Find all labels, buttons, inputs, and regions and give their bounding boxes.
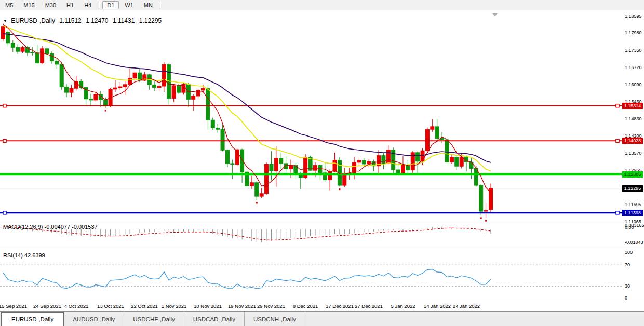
candlestick: [318, 164, 322, 180]
candle-body: [65, 87, 69, 93]
moving-average-slow: [3, 34, 491, 162]
candlestick: [386, 145, 390, 164]
date-label: 10 Nov 2021: [194, 303, 222, 309]
candle-body: [396, 170, 400, 173]
candlestick: [11, 40, 15, 52]
date-label: 27 Dec 2021: [355, 303, 383, 309]
candlestick: [70, 85, 73, 97]
timeframe-button-mn[interactable]: MN: [139, 1, 157, 9]
candle-body: [162, 64, 166, 86]
tab-usdchf[interactable]: USDCHF-,Daily: [124, 312, 184, 326]
symbol-tab-bar: EURUSD-,DailyAUDUSD-,DailyUSDCHF-,DailyU…: [0, 311, 644, 326]
candle-body: [79, 82, 83, 88]
candlestick: [206, 85, 210, 130]
candlestick: [353, 157, 356, 179]
line-handle[interactable]: [616, 211, 619, 214]
date-label: 1 Nov 2021: [162, 303, 187, 309]
timeframe-button-h1[interactable]: H1: [62, 1, 78, 9]
toolbar-separator: [160, 1, 161, 9]
candlestick: [435, 119, 439, 141]
date-label: 24 Sep 2021: [33, 303, 61, 309]
candlestick: [265, 162, 269, 195]
candlestick: [338, 157, 341, 186]
candle-body: [41, 49, 44, 63]
candlestick: [147, 74, 151, 90]
indicator-axis-label: -0.01043: [625, 240, 643, 245]
tab-eurusd[interactable]: EURUSD-,Daily: [1, 312, 64, 326]
candlestick: [489, 183, 493, 212]
y-axis-label: 1.17350: [625, 48, 642, 53]
line-handle[interactable]: [616, 139, 619, 142]
candlestick: [479, 184, 483, 215]
candle-body: [274, 158, 278, 171]
candle-body: [435, 127, 439, 139]
indicator-axis-label: 0: [625, 295, 627, 301]
candlestick: [225, 150, 229, 167]
candlestick: [401, 156, 405, 175]
date-label: 22 Oct 2021: [131, 303, 158, 309]
y-axis-label: 1.13570: [625, 151, 642, 156]
candlestick: [65, 84, 69, 97]
candlesticks-layer: [2, 23, 493, 218]
candlestick: [216, 124, 220, 132]
candle-body: [94, 94, 98, 100]
candle-body: [225, 150, 229, 164]
candlestick: [211, 118, 214, 130]
candle-body: [250, 183, 253, 186]
candlestick: [172, 84, 176, 102]
price-chart[interactable]: [0, 10, 644, 326]
indicator-axis-label: 30: [625, 283, 630, 289]
candlestick: [231, 160, 234, 179]
indicator-axis-label: 0.00: [625, 225, 634, 230]
candle-body: [31, 52, 34, 53]
candle-body: [16, 47, 20, 51]
candlestick: [25, 46, 29, 56]
candle-body: [445, 140, 449, 162]
candlestick: [474, 166, 478, 187]
candlestick: [21, 46, 24, 53]
candlestick: [113, 80, 117, 92]
candle-body: [479, 185, 483, 211]
line-handle[interactable]: [3, 139, 6, 142]
timeframe-toolbar: M5M15M30H1H4D1W1MN: [0, 0, 644, 10]
candlestick: [60, 62, 63, 90]
candle-body: [211, 120, 214, 128]
tab-usdcad[interactable]: USDCAD-,Daily: [184, 312, 245, 326]
candlestick: [294, 163, 298, 179]
date-label: 14 Jan 2022: [424, 303, 451, 309]
fractal-low-icon: [256, 202, 258, 203]
candlestick: [333, 153, 337, 172]
rsi-line: [3, 269, 491, 289]
timeframe-button-m15[interactable]: M15: [19, 1, 39, 9]
candle-body: [60, 64, 63, 87]
candlestick: [35, 45, 39, 64]
candle-body: [153, 85, 156, 87]
timeframe-button-h4[interactable]: H4: [79, 1, 96, 9]
line-handle[interactable]: [616, 104, 619, 107]
timeframe-button-m5[interactable]: M5: [1, 1, 18, 9]
tab-usdcnh[interactable]: USDCNH-,Daily: [245, 312, 305, 326]
candle-body: [104, 100, 108, 106]
tab-audusd[interactable]: AUDUSD-,Daily: [64, 312, 124, 326]
candle-body: [35, 53, 39, 63]
chart-shift-marker-icon[interactable]: [492, 13, 498, 16]
fractal-low-icon: [339, 188, 340, 190]
candlestick: [6, 30, 10, 47]
candle-body: [431, 127, 434, 129]
candle-body: [206, 88, 210, 120]
timeframe-button-d1[interactable]: D1: [102, 1, 119, 9]
line-handle[interactable]: [3, 104, 6, 107]
candle-body: [240, 150, 244, 172]
candlestick: [425, 127, 429, 152]
candle-body: [386, 150, 390, 164]
timeframe-button-w1[interactable]: W1: [120, 1, 138, 9]
candlestick: [260, 188, 263, 198]
candlestick: [455, 156, 459, 170]
candle-body: [425, 129, 429, 151]
candlestick: [50, 51, 53, 64]
timeframe-button-m30[interactable]: M30: [41, 1, 61, 9]
candlestick: [45, 47, 49, 59]
candle-body: [2, 27, 5, 39]
line-handle[interactable]: [3, 211, 6, 214]
candlestick: [118, 82, 122, 90]
